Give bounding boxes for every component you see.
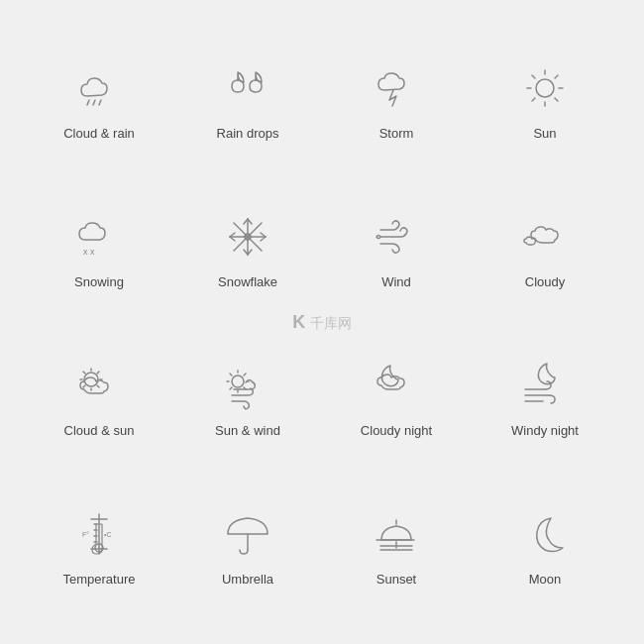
svg-line-33 [97,372,99,374]
icon-grid: Cloud & rain Rain drops St [15,15,629,629]
svg-line-43 [230,387,232,389]
cell-cloudy-night: Cloudy night [322,322,471,471]
svg-text:•C: •C [104,531,112,538]
wind-label: Wind [381,274,411,289]
sunset-label: Sunset [376,572,416,587]
cloudy-night-icon [367,356,426,415]
snowflake-label: Snowflake [218,274,277,289]
cell-sun-wind: Sun & wind [173,322,322,471]
svg-line-0 [87,100,89,105]
cell-temperature: F° •C Temperature [25,471,173,619]
svg-point-3 [536,79,554,97]
sun-label: Sun [533,126,556,141]
cell-snowflake: Snowflake [173,173,322,322]
snowing-label: Snowing [74,274,124,289]
svg-line-40 [230,374,232,376]
cell-snowing: x x Snowing [25,173,173,322]
svg-line-31 [83,372,85,374]
storm-label: Storm [379,126,414,141]
sun-icon [515,58,575,118]
svg-line-10 [555,75,558,78]
moon-icon [515,504,575,564]
wind-icon [367,207,426,267]
cell-moon: Moon [471,471,619,619]
rain-drops-label: Rain drops [217,126,279,141]
cell-sun: Sun [471,25,619,173]
cell-cloud-rain: Cloud & rain [25,25,173,173]
windy-night-label: Windy night [511,423,579,438]
umbrella-icon [218,504,277,564]
cell-cloud-sun: Cloud & sun [25,322,173,471]
svg-line-11 [532,98,535,101]
svg-line-32 [97,385,99,387]
svg-line-34 [83,385,85,387]
cell-windy-night: Windy night [471,322,619,471]
rain-drops-icon [218,58,277,118]
svg-line-8 [532,75,535,78]
cloudy-icon [515,207,575,267]
cell-cloudy: Cloudy [471,173,619,322]
cloud-rain-icon [69,58,129,118]
snowflake-icon [218,207,277,267]
moon-label: Moon [529,572,562,587]
cell-sunset: Sunset [322,471,471,619]
sun-wind-label: Sun & wind [215,423,280,438]
svg-text:F°: F° [82,531,89,538]
snowing-icon: x x [69,207,129,267]
cell-storm: Storm [322,25,471,173]
cell-wind: Wind [322,173,471,322]
cloud-rain-label: Cloud & rain [63,126,135,141]
cloudy-label: Cloudy [525,274,565,289]
svg-line-1 [93,100,95,105]
svg-line-9 [555,98,558,101]
cloud-sun-label: Cloud & sun [64,423,135,438]
svg-line-2 [99,100,101,105]
cloud-sun-icon [69,356,129,415]
cloudy-night-label: Cloudy night [361,423,432,438]
windy-night-icon [515,356,575,415]
svg-text:x x: x x [83,247,95,257]
cell-rain-drops: Rain drops [173,25,322,173]
temperature-label: Temperature [63,572,136,587]
cell-umbrella: Umbrella [173,471,322,619]
svg-point-35 [232,376,244,387]
temperature-icon: F° •C [69,504,129,564]
svg-line-42 [244,374,246,376]
storm-icon [367,58,426,118]
sun-wind-icon [218,356,277,415]
sunset-icon [367,504,426,564]
umbrella-label: Umbrella [222,572,273,587]
